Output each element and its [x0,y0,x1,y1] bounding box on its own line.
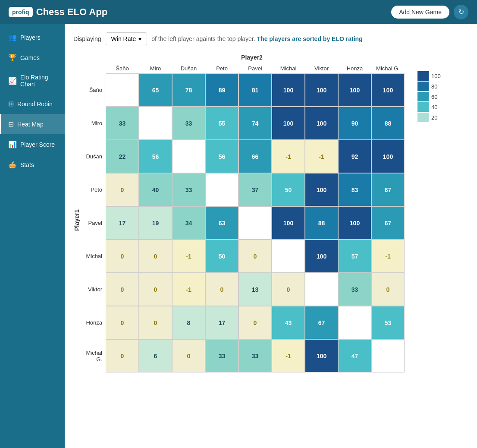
table-row: Viktor00-10130330 [82,273,405,306]
elo-sort-note: The players are sorted by ELO rating [257,35,363,42]
table-row: Peto0403337501008367 [82,173,405,206]
heatmap-cell: 33 [205,339,238,372]
legend-entry: 20 [417,113,437,122]
legend-color-box [417,71,429,81]
heatmap-cell: 66 [238,140,272,173]
main-layout: 👥Players🏆Games📈Elo Rating Chart⊞Round Ro… [0,24,477,448]
heatmap-cell: 0 [106,273,139,306]
refresh-button[interactable]: ↻ [454,5,468,19]
heatmap-cell: 0 [139,240,172,273]
heatmap-cell: 56 [139,140,172,173]
games-icon: 🏆 [8,54,17,62]
column-header: Miro [139,63,172,73]
heatmap-cell: 33 [106,107,139,140]
controls-bar: Displaying Win Rate ▾ of the left player… [73,32,468,45]
sidebar-item-player-score[interactable]: 📊Player Score [0,134,65,155]
heatmap-cell: 92 [338,140,371,173]
column-header: Michal [272,63,305,73]
heatmap-cell [272,240,305,273]
heatmap-cell: 17 [205,306,238,339]
heatmap-cell: 88 [371,107,405,140]
heatmap-cell [106,73,139,107]
heatmap-cell: 17 [106,206,139,240]
heatmap-cell: 88 [305,206,338,240]
legend-entry: 80 [417,82,437,91]
add-game-button[interactable]: Add New Game [391,6,449,19]
heatmap-cell: 67 [371,173,405,206]
legend-value-label: 80 [431,83,437,90]
heatmap-cell: 63 [205,206,238,240]
sidebar-item-players[interactable]: 👥Players [0,27,65,47]
legend-value-label: 100 [431,73,441,79]
heatmap-cell: 33 [172,173,205,206]
heatmap-cell: 34 [172,206,205,240]
row-header: Peto [82,173,106,206]
heatmap-cell: 40 [139,173,172,206]
table-row: Pavel171934631008810067 [82,206,405,240]
sidebar-item-games[interactable]: 🏆Games [0,47,65,68]
legend-color-box [417,92,429,101]
heatmap-cell: -1 [172,240,205,273]
heatmap-cell: 37 [238,173,272,206]
heatmap-cell: 33 [338,273,371,306]
heatmap-cell: 55 [205,107,238,140]
legend-value-label: 60 [431,94,437,100]
heatmap-cell: 0 [106,339,139,372]
heatmap-cell: 0 [139,306,172,339]
heatmap-cell: 100 [305,339,338,372]
legend-value-label: 40 [431,104,437,110]
column-header: Viktor [305,63,338,73]
sidebar: 👥Players🏆Games📈Elo Rating Chart⊞Round Ro… [0,24,65,448]
sidebar-item-round-robin[interactable]: ⊞Round Robin [0,94,65,114]
heatmap-cell: 100 [272,107,305,140]
heatmap-cell: 100 [371,140,405,173]
sidebar-item-label: Players [20,34,41,41]
column-header: Honza [338,63,371,73]
column-header: Pavel [238,63,272,73]
heatmap-cell: 22 [106,140,139,173]
logo-area: profiq Chess ELO App [9,6,107,18]
heatmap-cell: 100 [305,107,338,140]
heatmap-cell: 100 [272,73,305,107]
row-header: Pavel [82,206,106,240]
heatmap-cell: 57 [338,240,371,273]
win-rate-dropdown[interactable]: Win Rate ▾ [106,32,147,45]
sidebar-item-label: Heat Map [17,121,44,128]
heatmap-cell: 0 [139,273,172,306]
heatmap-cell: 8 [172,306,205,339]
sidebar-item-stats[interactable]: 🥧Stats [0,155,65,175]
heatmap-cell: 81 [238,73,272,107]
sidebar-item-heat-map[interactable]: ⊟Heat Map [0,114,65,134]
legend-entry: 60 [417,92,437,101]
heatmap-cell: 65 [139,73,172,107]
heatmap-cell: 100 [338,73,371,107]
header-actions: Add New Game ↻ [391,5,468,19]
heatmap-cell: 100 [371,73,405,107]
heatmap-cell [172,140,205,173]
heatmap-cell: 50 [272,173,305,206]
column-header: Dušan [172,63,205,73]
heatmap-cell: 6 [139,339,172,372]
heatmap-cell [139,107,172,140]
row-header: Michal [82,240,106,273]
heatmap-cell: 0 [371,273,405,306]
row-header: Honza [82,306,106,339]
row-header: Šaňo [82,73,106,107]
column-header: Michal G. [371,63,405,73]
legend-color-box [417,113,429,122]
heat-map-icon: ⊟ [8,120,14,128]
heatmap-cell: 47 [338,339,371,372]
row-header: Miro [82,107,106,140]
row-header: Michal G. [82,339,106,372]
table-row: Šaňo65788981100100100100 [82,73,405,107]
heatmap-cell: 74 [238,107,272,140]
row-header: Dušan [82,140,106,173]
heatmap-cell [338,306,371,339]
table-row: Miro333355741001009088 [82,107,405,140]
heatmap-cell: 100 [305,73,338,107]
sidebar-item-elo-rating-chart[interactable]: 📈Elo Rating Chart [0,68,65,94]
heatmap-cell: 33 [172,107,205,140]
heatmap-cell: 53 [371,306,405,339]
heatmap-wrapper: Player2 Player1 ŠaňoMiroDušanPetoPavelMi… [73,54,468,372]
heatmap-cell: 0 [238,306,272,339]
